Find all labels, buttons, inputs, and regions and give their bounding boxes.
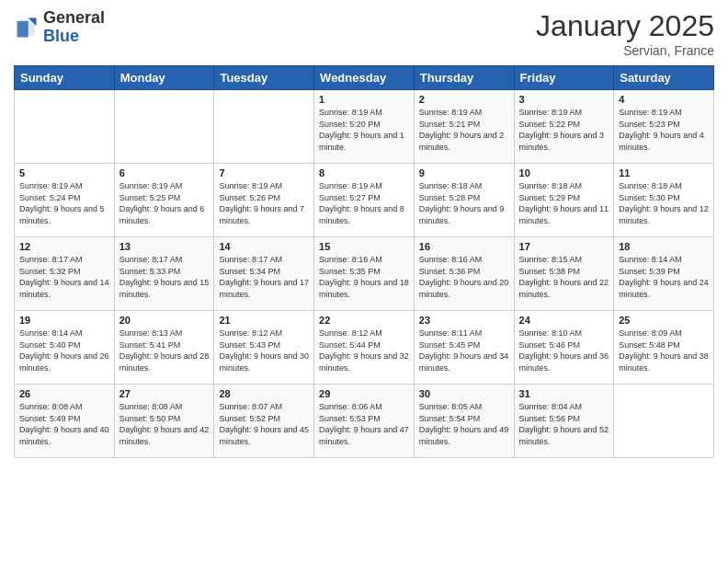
- day-info: Sunrise: 8:14 AM Sunset: 5:40 PM Dayligh…: [19, 327, 109, 373]
- day-cell: 27Sunrise: 8:08 AM Sunset: 5:50 PM Dayli…: [114, 385, 214, 458]
- weekday-header-sunday: Sunday: [15, 66, 115, 90]
- day-info: Sunrise: 8:19 AM Sunset: 5:25 PM Dayligh…: [119, 180, 210, 226]
- day-number: 5: [19, 167, 109, 178]
- day-cell: 23Sunrise: 8:11 AM Sunset: 5:45 PM Dayli…: [414, 311, 514, 385]
- day-info: Sunrise: 8:19 AM Sunset: 5:22 PM Dayligh…: [519, 107, 609, 153]
- day-cell: 13Sunrise: 8:17 AM Sunset: 5:33 PM Dayli…: [114, 237, 214, 311]
- day-cell: 4Sunrise: 8:19 AM Sunset: 5:23 PM Daylig…: [614, 90, 714, 164]
- calendar-table: SundayMondayTuesdayWednesdayThursdayFrid…: [14, 65, 714, 458]
- day-info: Sunrise: 8:09 AM Sunset: 5:48 PM Dayligh…: [619, 327, 709, 373]
- day-cell: 22Sunrise: 8:12 AM Sunset: 5:44 PM Dayli…: [314, 311, 415, 385]
- day-cell: 31Sunrise: 8:04 AM Sunset: 5:56 PM Dayli…: [514, 385, 614, 458]
- week-row-4: 26Sunrise: 8:08 AM Sunset: 5:49 PM Dayli…: [15, 385, 714, 458]
- month-title: January 2025: [536, 9, 714, 43]
- day-number: 14: [219, 241, 309, 252]
- weekday-header-wednesday: Wednesday: [314, 66, 415, 90]
- day-info: Sunrise: 8:19 AM Sunset: 5:24 PM Dayligh…: [19, 180, 109, 226]
- day-number: 12: [19, 241, 109, 252]
- weekday-header-saturday: Saturday: [614, 66, 714, 90]
- day-number: 2: [419, 94, 509, 105]
- week-row-2: 12Sunrise: 8:17 AM Sunset: 5:32 PM Dayli…: [15, 237, 714, 311]
- day-cell: 11Sunrise: 8:18 AM Sunset: 5:30 PM Dayli…: [614, 164, 714, 237]
- day-info: Sunrise: 8:16 AM Sunset: 5:36 PM Dayligh…: [419, 254, 509, 300]
- weekday-header-friday: Friday: [514, 66, 614, 90]
- day-info: Sunrise: 8:08 AM Sunset: 5:49 PM Dayligh…: [19, 401, 109, 447]
- day-number: 10: [519, 167, 609, 178]
- day-cell: [214, 90, 314, 164]
- location: Servian, France: [536, 43, 714, 58]
- day-number: 22: [319, 315, 409, 326]
- day-number: 9: [419, 167, 509, 178]
- logo-text: General Blue: [43, 9, 105, 46]
- day-cell: 3Sunrise: 8:19 AM Sunset: 5:22 PM Daylig…: [514, 90, 614, 164]
- day-cell: 15Sunrise: 8:16 AM Sunset: 5:35 PM Dayli…: [314, 237, 415, 311]
- day-number: 25: [619, 315, 709, 326]
- weekday-header-tuesday: Tuesday: [214, 66, 314, 90]
- day-cell: 17Sunrise: 8:15 AM Sunset: 5:38 PM Dayli…: [514, 237, 614, 311]
- day-info: Sunrise: 8:10 AM Sunset: 5:46 PM Dayligh…: [519, 327, 609, 373]
- day-info: Sunrise: 8:19 AM Sunset: 5:21 PM Dayligh…: [419, 107, 509, 153]
- day-number: 23: [419, 315, 509, 326]
- day-number: 7: [219, 167, 309, 178]
- day-cell: [614, 385, 714, 458]
- week-row-0: 1Sunrise: 8:19 AM Sunset: 5:20 PM Daylig…: [15, 90, 714, 164]
- day-info: Sunrise: 8:17 AM Sunset: 5:32 PM Dayligh…: [19, 254, 109, 300]
- day-number: 18: [619, 241, 709, 252]
- logo-general-text: General: [43, 8, 105, 27]
- weekday-header-thursday: Thursday: [414, 66, 514, 90]
- day-number: 17: [519, 241, 609, 252]
- day-cell: 1Sunrise: 8:19 AM Sunset: 5:20 PM Daylig…: [314, 90, 415, 164]
- day-number: 11: [619, 167, 709, 178]
- page: General Blue January 2025 Servian, Franc…: [0, 0, 728, 563]
- day-info: Sunrise: 8:04 AM Sunset: 5:56 PM Dayligh…: [519, 401, 609, 447]
- day-cell: [114, 90, 214, 164]
- day-number: 21: [219, 315, 309, 326]
- week-row-3: 19Sunrise: 8:14 AM Sunset: 5:40 PM Dayli…: [15, 311, 714, 385]
- day-cell: 18Sunrise: 8:14 AM Sunset: 5:39 PM Dayli…: [614, 237, 714, 311]
- day-cell: 21Sunrise: 8:12 AM Sunset: 5:43 PM Dayli…: [214, 311, 314, 385]
- day-cell: 5Sunrise: 8:19 AM Sunset: 5:24 PM Daylig…: [15, 164, 115, 237]
- day-number: 16: [419, 241, 509, 252]
- day-cell: 14Sunrise: 8:17 AM Sunset: 5:34 PM Dayli…: [214, 237, 314, 311]
- day-cell: 30Sunrise: 8:05 AM Sunset: 5:54 PM Dayli…: [414, 385, 514, 458]
- day-info: Sunrise: 8:19 AM Sunset: 5:20 PM Dayligh…: [319, 107, 409, 153]
- day-info: Sunrise: 8:11 AM Sunset: 5:45 PM Dayligh…: [419, 327, 509, 373]
- day-number: 26: [19, 388, 109, 399]
- day-info: Sunrise: 8:18 AM Sunset: 5:29 PM Dayligh…: [519, 180, 609, 226]
- day-cell: [15, 90, 115, 164]
- day-cell: 7Sunrise: 8:19 AM Sunset: 5:26 PM Daylig…: [214, 164, 314, 237]
- day-cell: 26Sunrise: 8:08 AM Sunset: 5:49 PM Dayli…: [15, 385, 115, 458]
- day-number: 24: [519, 315, 609, 326]
- day-cell: 29Sunrise: 8:06 AM Sunset: 5:53 PM Dayli…: [314, 385, 415, 458]
- day-info: Sunrise: 8:05 AM Sunset: 5:54 PM Dayligh…: [419, 401, 509, 447]
- day-number: 4: [619, 94, 709, 105]
- logo: General Blue: [14, 9, 105, 46]
- day-info: Sunrise: 8:18 AM Sunset: 5:30 PM Dayligh…: [619, 180, 709, 226]
- day-number: 28: [219, 388, 309, 399]
- day-info: Sunrise: 8:08 AM Sunset: 5:50 PM Dayligh…: [119, 401, 210, 447]
- day-cell: 28Sunrise: 8:07 AM Sunset: 5:52 PM Dayli…: [214, 385, 314, 458]
- day-info: Sunrise: 8:19 AM Sunset: 5:23 PM Dayligh…: [619, 107, 709, 153]
- logo-blue-text: Blue: [43, 27, 79, 45]
- day-cell: 6Sunrise: 8:19 AM Sunset: 5:25 PM Daylig…: [114, 164, 214, 237]
- logo-icon: [14, 15, 40, 40]
- day-cell: 9Sunrise: 8:18 AM Sunset: 5:28 PM Daylig…: [414, 164, 514, 237]
- day-info: Sunrise: 8:19 AM Sunset: 5:27 PM Dayligh…: [319, 180, 409, 226]
- header: General Blue January 2025 Servian, Franc…: [14, 9, 714, 58]
- day-info: Sunrise: 8:17 AM Sunset: 5:33 PM Dayligh…: [119, 254, 210, 300]
- calendar-body: 1Sunrise: 8:19 AM Sunset: 5:20 PM Daylig…: [15, 90, 714, 458]
- day-info: Sunrise: 8:07 AM Sunset: 5:52 PM Dayligh…: [219, 401, 309, 447]
- day-number: 6: [119, 167, 210, 178]
- day-number: 27: [119, 388, 210, 399]
- day-info: Sunrise: 8:12 AM Sunset: 5:44 PM Dayligh…: [319, 327, 409, 373]
- day-info: Sunrise: 8:19 AM Sunset: 5:26 PM Dayligh…: [219, 180, 309, 226]
- day-number: 30: [419, 388, 509, 399]
- day-cell: 8Sunrise: 8:19 AM Sunset: 5:27 PM Daylig…: [314, 164, 415, 237]
- day-cell: 10Sunrise: 8:18 AM Sunset: 5:29 PM Dayli…: [514, 164, 614, 237]
- day-number: 13: [119, 241, 210, 252]
- day-cell: 20Sunrise: 8:13 AM Sunset: 5:41 PM Dayli…: [114, 311, 214, 385]
- day-info: Sunrise: 8:12 AM Sunset: 5:43 PM Dayligh…: [219, 327, 309, 373]
- day-cell: 12Sunrise: 8:17 AM Sunset: 5:32 PM Dayli…: [15, 237, 115, 311]
- day-cell: 24Sunrise: 8:10 AM Sunset: 5:46 PM Dayli…: [514, 311, 614, 385]
- day-cell: 19Sunrise: 8:14 AM Sunset: 5:40 PM Dayli…: [15, 311, 115, 385]
